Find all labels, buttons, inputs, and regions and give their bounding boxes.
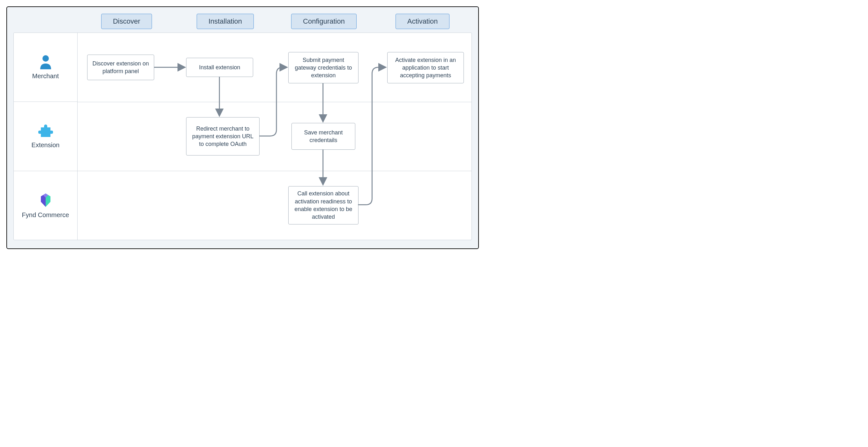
node-redirect: Redirect merchant to payment extension U… [186, 117, 259, 155]
node-save: Save merchant credentails [291, 123, 355, 150]
node-submit: Submit payment gateway credentials to ex… [288, 52, 359, 83]
phase-installation: Installation [197, 14, 254, 29]
node-install: Install extension [186, 58, 253, 77]
lane-fynd: Fynd Commerce [14, 171, 77, 240]
node-discover: Discover extension on platform panel [87, 55, 154, 80]
lane-labels: Merchant Extension Fynd Commerce [14, 33, 78, 240]
phase-activation: Activation [396, 14, 450, 29]
svg-point-0 [42, 55, 49, 62]
fynd-logo-icon [38, 192, 54, 208]
phase-header-row: Discover Installation Configuration Acti… [13, 10, 472, 33]
puzzle-icon [38, 124, 53, 138]
person-icon [39, 55, 52, 69]
lane-body: Discover extension on platform panel Ins… [78, 33, 471, 240]
phase-discover: Discover [101, 14, 152, 29]
lane-merchant-label: Merchant [32, 72, 59, 80]
lane-merchant: Merchant [14, 33, 77, 102]
lane-extension: Extension [14, 102, 77, 171]
lane-extension-label: Extension [32, 142, 60, 149]
swimlane-grid: Merchant Extension Fynd Commerce [13, 33, 472, 240]
phase-configuration: Configuration [291, 14, 356, 29]
lane-fynd-label: Fynd Commerce [22, 211, 69, 219]
node-activate: Activate extension in an application to … [387, 52, 464, 83]
diagram-frame: Discover Installation Configuration Acti… [6, 6, 479, 249]
node-call: Call extension about activation readines… [288, 186, 359, 225]
